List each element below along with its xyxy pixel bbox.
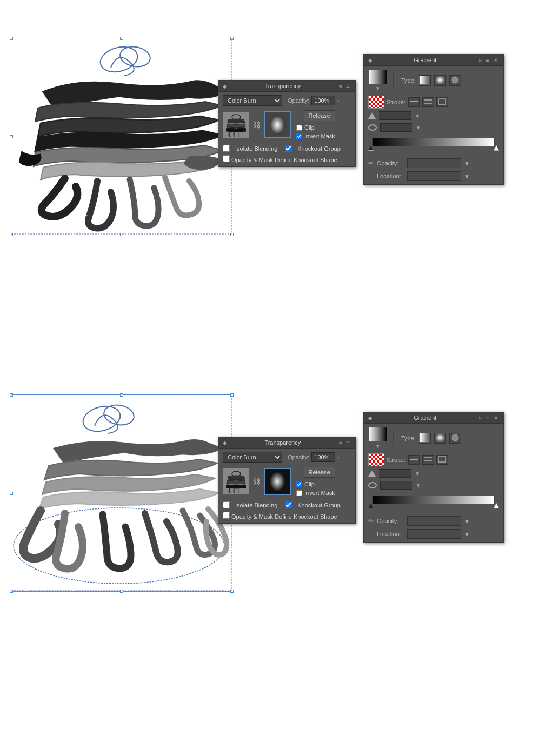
- top-stroke-row: Stroke:: [364, 95, 503, 110]
- bottom-angle-triangle-icon: [368, 470, 376, 477]
- bottom-stroke-btn3[interactable]: [436, 455, 448, 465]
- top-opacity-arrow[interactable]: ›: [337, 98, 339, 104]
- top-transparency-menu-btn[interactable]: ≡: [345, 83, 351, 89]
- bottom-transparency-menu-btn[interactable]: ≡: [345, 440, 351, 446]
- top-gradient-title: Gradient: [414, 57, 436, 63]
- top-location-field-label: Location:: [377, 173, 404, 179]
- top-blend-row: Color Burn Opacity: ›: [218, 92, 355, 109]
- top-gradient-collapse-btn[interactable]: «: [478, 57, 483, 63]
- bottom-gradient-stop-right[interactable]: [494, 503, 499, 508]
- top-aspect-field[interactable]: [380, 123, 412, 132]
- bottom-gradient-menu-btn[interactable]: ≡: [485, 415, 490, 421]
- bottom-opacity-mask-row: Opacity & Mask Define Knockout Shape: [218, 511, 355, 523]
- top-link-icon[interactable]: ⛓: [253, 121, 261, 129]
- bottom-gradient-slider-container: [368, 496, 499, 504]
- top-stroke-btn2[interactable]: [422, 97, 434, 107]
- top-transparency-collapse-btn[interactable]: «: [338, 83, 344, 89]
- bottom-opacity-arrow[interactable]: ›: [337, 454, 339, 460]
- top-opacity-field-label: Opacity:: [377, 160, 404, 166]
- bottom-clip-label: Clip: [304, 481, 315, 487]
- bottom-gradient-stop-left[interactable]: [368, 503, 374, 508]
- bottom-pencil-icon: ✏: [368, 517, 374, 525]
- bottom-stroke-row: Stroke:: [364, 452, 503, 467]
- bottom-isolate-row: Isolate Blending Knockout Group: [218, 499, 355, 511]
- svg-point-4: [270, 115, 285, 135]
- bottom-gradient-swatch-arrow[interactable]: ▼: [375, 443, 381, 449]
- bottom-mask-thumbnail: [264, 468, 291, 495]
- bottom-gradient-title: Gradient: [414, 414, 436, 421]
- top-type-freeform-btn[interactable]: [449, 75, 461, 86]
- bottom-stroke-btn2[interactable]: [422, 455, 434, 465]
- top-gradient-location-row: ✏ Location: ▼: [364, 170, 503, 184]
- bottom-opacity-input[interactable]: [311, 452, 335, 462]
- top-aspect-dropdown[interactable]: ▼: [416, 125, 421, 131]
- top-opacity-field[interactable]: [407, 158, 461, 168]
- top-transparency-title: Transparency: [264, 83, 301, 89]
- bottom-transparency-collapse-btn[interactable]: «: [338, 440, 344, 446]
- top-canvas-area: [5, 32, 238, 243]
- bottom-stroke-btn1[interactable]: [408, 455, 420, 465]
- bottom-object-thumbnail: [223, 468, 250, 495]
- top-mask-thumbnail: [264, 111, 291, 138]
- top-invert-mask-checkbox[interactable]: [296, 133, 302, 139]
- bottom-transparency-title: Transparency: [264, 439, 301, 446]
- bottom-type-freeform-btn[interactable]: [449, 433, 461, 444]
- bottom-isolate-checkbox[interactable]: [223, 501, 230, 508]
- svg-rect-19: [438, 457, 446, 462]
- bottom-type-radial-btn[interactable]: [434, 433, 446, 444]
- top-blend-mode-select[interactable]: Color Burn: [223, 95, 282, 106]
- top-release-button[interactable]: Release: [304, 110, 335, 121]
- bottom-aspect-dropdown[interactable]: ▼: [416, 483, 421, 488]
- top-gradient-stop-right[interactable]: [494, 145, 499, 151]
- top-gradient-close-btn[interactable]: ✕: [492, 57, 499, 63]
- bottom-gradient-opacity-row: ✏ Opacity: ▼: [364, 511, 503, 527]
- bottom-location-field-label: Location:: [377, 531, 404, 537]
- bottom-type-linear-btn[interactable]: [419, 433, 431, 444]
- top-pencil-icon: ✏: [368, 159, 374, 167]
- svg-point-15: [270, 472, 285, 491]
- bottom-aspect-field[interactable]: [380, 481, 412, 490]
- bottom-transparency-diamond-icon: ◆: [223, 440, 227, 446]
- bottom-location-field[interactable]: [407, 529, 461, 539]
- top-stroke-btn1[interactable]: [408, 97, 420, 107]
- top-opacity-mask-row: Opacity & Mask Define Knockout Shape: [218, 154, 355, 166]
- bottom-invert-mask-checkbox[interactable]: [296, 490, 302, 496]
- bottom-clip-checkbox[interactable]: [296, 481, 302, 487]
- top-type-linear-btn[interactable]: [419, 75, 431, 86]
- bottom-opacity-field[interactable]: [407, 516, 461, 526]
- top-knockout-label: Knockout Group: [297, 145, 341, 152]
- top-angle-triangle-icon: [368, 112, 376, 119]
- top-gradient-menu-btn[interactable]: ≡: [485, 57, 490, 63]
- top-isolate-checkbox[interactable]: [223, 145, 230, 152]
- top-opacity-input[interactable]: [311, 96, 335, 105]
- top-gradient-panel-header: ◆ Gradient « ≡ ✕: [364, 55, 503, 66]
- top-gradient-swatch[interactable]: [368, 69, 388, 84]
- bottom-opacity-label: Opacity:: [288, 454, 309, 460]
- top-gradient-diamond-icon: ◆: [368, 57, 372, 63]
- top-type-radial-btn[interactable]: [434, 75, 446, 86]
- bottom-gradient-close-btn[interactable]: ✕: [492, 415, 499, 421]
- top-angle-dropdown[interactable]: ▼: [415, 113, 420, 119]
- top-location-field[interactable]: [407, 171, 461, 181]
- bottom-release-button[interactable]: Release: [304, 467, 335, 478]
- top-aspect-row: ▼: [364, 122, 503, 133]
- top-stroke-btn3[interactable]: [436, 97, 448, 107]
- bottom-gradient-swatch[interactable]: [368, 427, 388, 442]
- bottom-knockout-checkbox[interactable]: [285, 501, 292, 508]
- bottom-artwork-svg: [11, 394, 232, 592]
- bottom-opacity-mask-checkbox[interactable]: [223, 512, 230, 519]
- bottom-blend-mode-select[interactable]: Color Burn: [223, 452, 282, 463]
- bottom-angle-field[interactable]: [379, 469, 411, 478]
- top-gradient-stop-left[interactable]: [368, 145, 374, 151]
- top-knockout-checkbox[interactable]: [285, 145, 292, 152]
- top-angle-field[interactable]: [379, 111, 411, 120]
- bottom-link-icon[interactable]: ⛓: [253, 477, 261, 486]
- top-stroke-label: Stroke:: [386, 99, 406, 105]
- svg-rect-6: [435, 76, 445, 84]
- top-clip-label: Clip: [304, 124, 315, 131]
- top-opacity-mask-checkbox[interactable]: [223, 155, 230, 162]
- top-clip-checkbox[interactable]: [296, 125, 302, 131]
- top-gradient-swatch-arrow[interactable]: ▼: [375, 85, 381, 91]
- bottom-angle-dropdown[interactable]: ▼: [415, 471, 420, 477]
- bottom-gradient-collapse-btn[interactable]: «: [478, 415, 483, 421]
